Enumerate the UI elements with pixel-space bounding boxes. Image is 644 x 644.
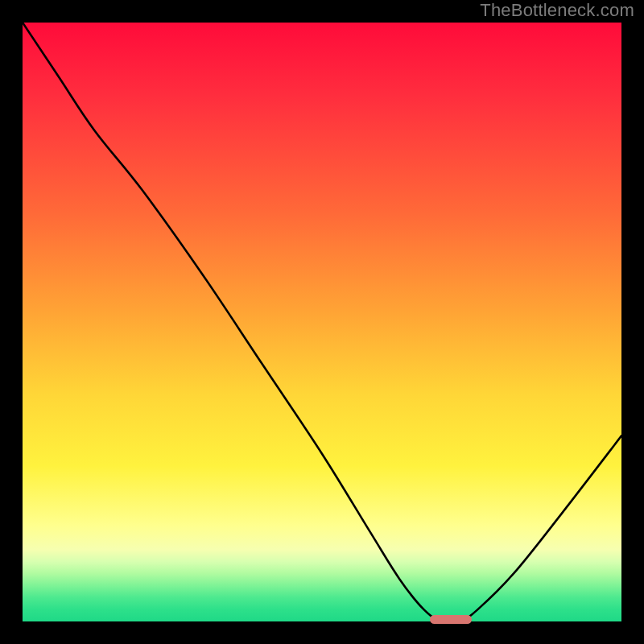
- chart-root: TheBottleneck.com: [0, 0, 644, 644]
- watermark-text: TheBottleneck.com: [480, 0, 634, 21]
- bottleneck-curve: [23, 23, 621, 621]
- plot-area: [23, 23, 621, 621]
- curve-svg: [23, 23, 621, 621]
- optimal-marker: [430, 615, 472, 624]
